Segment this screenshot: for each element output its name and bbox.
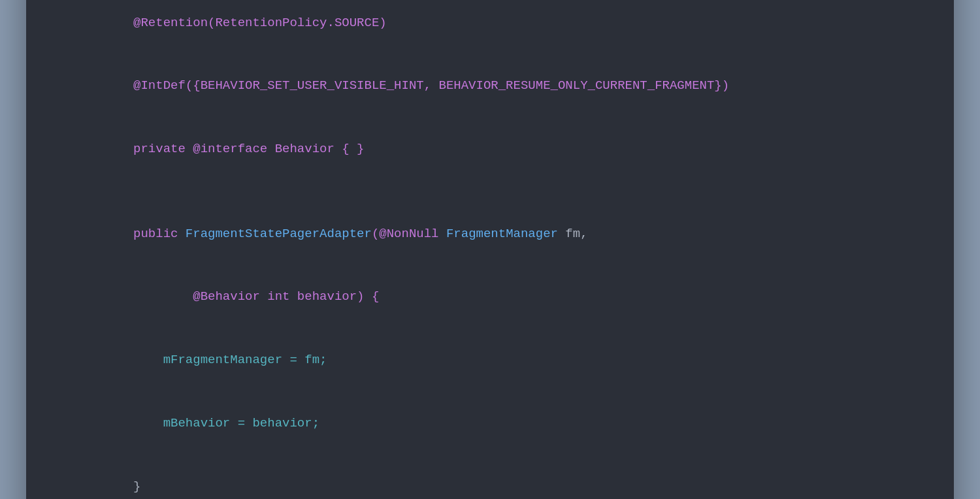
code-line-brace-close1: } bbox=[59, 455, 921, 499]
annotation-retention: @Retention(RetentionPolicy.SOURCE) bbox=[103, 16, 386, 30]
code-line-blank3 bbox=[59, 181, 921, 202]
code-line-intdef: @IntDef({BEHAVIOR_SET_USER_VISIBLE_HINT,… bbox=[59, 54, 921, 118]
code-line-assign2: mBehavior = behavior; bbox=[59, 392, 921, 455]
param-type: FragmentManager bbox=[446, 227, 558, 241]
param-name: fm, bbox=[558, 227, 588, 241]
assignment-fragment: mFragmentManager = fm; bbox=[103, 353, 327, 367]
code-editor: public abstract class FragmentStatePager… bbox=[26, 0, 954, 499]
code-line-constructor2: @Behavior int behavior) { bbox=[59, 265, 921, 329]
keyword-public2: public bbox=[103, 227, 185, 241]
code-line-interface: private @interface Behavior { } bbox=[59, 118, 921, 181]
code-window: public abstract class FragmentStatePager… bbox=[26, 0, 954, 499]
constructor-name: FragmentStatePagerAdapter bbox=[186, 227, 372, 241]
constructor-close-brace: } bbox=[103, 479, 140, 494]
annotation-nonnull: (@NonNull bbox=[372, 227, 446, 241]
assignment-behavior: mBehavior = behavior; bbox=[103, 416, 319, 430]
annotation-interface: private @interface Behavior { } bbox=[103, 142, 364, 156]
code-line-retention: @Retention(RetentionPolicy.SOURCE) bbox=[59, 0, 921, 54]
annotation-intdef: @IntDef({BEHAVIOR_SET_USER_VISIBLE_HINT,… bbox=[103, 78, 729, 93]
code-line-assign1: mFragmentManager = fm; bbox=[59, 329, 921, 392]
annotation-behavior: @Behavior int behavior) { bbox=[103, 289, 379, 304]
code-line-constructor1: public FragmentStatePagerAdapter(@NonNul… bbox=[59, 202, 921, 265]
